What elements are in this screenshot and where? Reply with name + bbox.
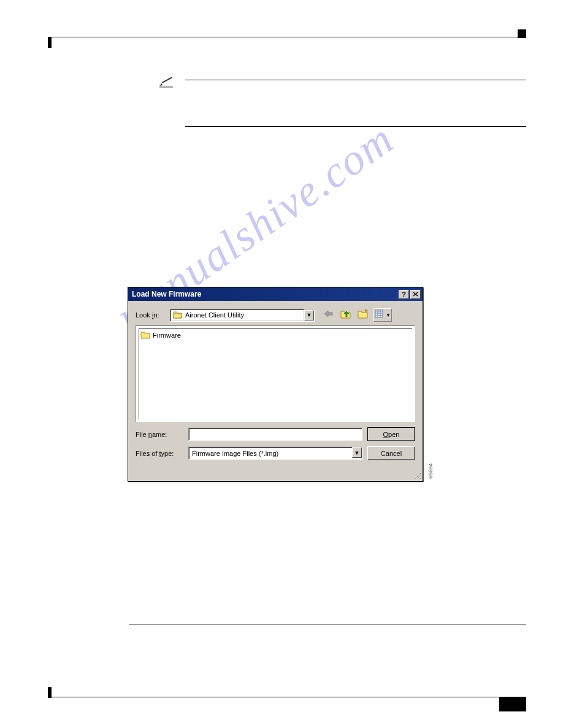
list-item[interactable]: Firmware — [139, 329, 412, 341]
page-top-rule — [48, 37, 526, 37]
filename-row: File name: Open — [136, 427, 415, 441]
filetype-row: Files of type: Firmware Image Files (*.i… — [136, 446, 415, 460]
up-one-level-button[interactable] — [339, 308, 353, 322]
dialog-titlebar[interactable]: Load New Firmware ? — [128, 287, 423, 301]
new-folder-button[interactable] — [356, 308, 370, 322]
figure-number: 65694 — [427, 463, 434, 479]
dropdown-arrow-icon[interactable]: ▼ — [304, 310, 314, 320]
close-button[interactable] — [410, 290, 421, 299]
filename-label: File name: — [136, 431, 183, 438]
list-view-icon — [375, 309, 385, 320]
new-folder-icon — [357, 308, 369, 322]
back-arrow-icon — [323, 309, 334, 320]
note-rule-bottom — [185, 126, 526, 127]
svg-line-22 — [420, 479, 421, 479]
chevron-down-icon: ▼ — [386, 313, 391, 318]
lookin-row: Look in: Aironet Client Utility ▼ — [136, 308, 415, 322]
view-menu-button[interactable]: ▼ — [373, 308, 392, 322]
dialog-body: Look in: Aironet Client Utility ▼ — [128, 301, 423, 465]
toolbar-icons: ▼ — [322, 308, 392, 322]
question-icon: ? — [402, 290, 406, 298]
lookin-label: Look in: — [136, 311, 166, 319]
dialog-title: Load New Firmware — [132, 290, 201, 298]
cancel-button[interactable]: Cancel — [367, 446, 415, 460]
filetype-dropdown[interactable]: Firmware Image Files (*.img) ▼ — [188, 447, 362, 460]
folder-closed-icon — [140, 330, 150, 340]
lookin-dropdown[interactable]: Aironet Client Utility ▼ — [170, 309, 315, 322]
file-list-inner: Firmware — [139, 328, 412, 419]
svg-rect-0 — [162, 77, 172, 83]
folder-entry-label: Firmware — [153, 332, 181, 339]
page-decor-left-top — [48, 37, 52, 48]
file-list-view[interactable]: Firmware — [136, 325, 415, 422]
titlebar-buttons: ? — [399, 290, 421, 299]
page-decor-right-top — [518, 29, 526, 38]
filename-value — [189, 428, 362, 440]
svg-marker-1 — [159, 83, 163, 86]
lookin-value: Aironet Client Utility — [185, 311, 244, 319]
lookin-dropdown-inner: Aironet Client Utility — [170, 309, 304, 321]
filetype-value: Firmware Image Files (*.img) — [189, 447, 352, 459]
folder-open-icon — [173, 310, 183, 320]
page-decor-left-bottom — [48, 687, 52, 698]
page-decor-right-bottom — [499, 697, 526, 711]
svg-marker-16 — [141, 332, 150, 338]
page-bottom-rule — [48, 697, 526, 697]
close-icon — [413, 290, 418, 298]
svg-marker-3 — [174, 314, 182, 318]
dropdown-arrow-icon[interactable]: ▼ — [352, 447, 362, 458]
open-button[interactable]: Open — [367, 427, 415, 441]
load-firmware-dialog: Load New Firmware ? Look in: — [128, 287, 423, 482]
filename-input[interactable] — [188, 428, 362, 441]
help-button[interactable]: ? — [399, 290, 409, 299]
back-button[interactable] — [322, 308, 335, 322]
folder-up-icon — [340, 308, 352, 322]
section-divider — [129, 624, 526, 624]
filetype-label: Files of type: — [136, 450, 183, 457]
resize-grip-icon[interactable] — [413, 471, 421, 480]
note-pencil-icon — [158, 76, 175, 91]
note-rule-top — [185, 80, 526, 80]
